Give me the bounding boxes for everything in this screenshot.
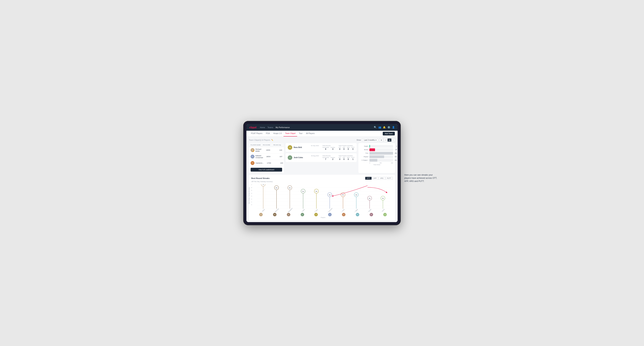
svg-text:3x: 3x — [369, 197, 370, 199]
settings-icon[interactable]: ⚙️ — [388, 126, 390, 129]
avg-3: 103 — [274, 162, 283, 164]
tab-ott[interactable]: OTT — [365, 177, 372, 180]
table-row: CM 3 Cameron... 17/20 103 — [249, 160, 284, 166]
tab-putt[interactable]: PUTT — [386, 177, 393, 180]
table-view-btn[interactable]: ▤ — [388, 138, 392, 142]
bar-bogeys: Bogeys 311 — [360, 155, 393, 158]
player-info-2: EC 2 Edward Crossman — [250, 155, 263, 159]
chart-view-btn[interactable]: ↕ — [392, 138, 395, 142]
card-name-1: Rees Britt — [294, 147, 302, 148]
sub-nav-pgat[interactable]: PGAT Players — [249, 131, 264, 137]
tab-arg[interactable]: ARG — [378, 177, 385, 180]
sub-nav-team-clippd[interactable]: Team Clippd — [284, 131, 297, 137]
sub-nav-all-players[interactable]: All Players — [304, 131, 316, 137]
avatar-3: CM 3 — [250, 161, 254, 165]
y-label-6: 6 — [251, 187, 252, 188]
player-info-3: CM 3 Cameron... — [250, 161, 264, 165]
search-icon[interactable]: 🔍 — [374, 126, 376, 129]
bar-chart-panel: Eagles 3 Birdies — [358, 143, 395, 173]
two-col-layout: PLAYER NAME PB SCORE PB AVG SQ RB 1 — [249, 143, 395, 173]
card-left-2: JC Josh Coles — [288, 155, 305, 160]
chart-x-axis: 0 200 400 — [360, 162, 393, 164]
show-controls: Show Last 3 months ▾ ⊞ ≡ ▤ ↕ — [356, 138, 395, 142]
table-row: RB 1 Richard Butler 19/20 110 — [249, 147, 284, 154]
nav-teams[interactable]: Teams — [268, 126, 273, 129]
leaderboard-panel: PLAYER NAME PB SCORE PB AVG SQ RB 1 — [249, 143, 284, 173]
y-label-2: 2 — [251, 198, 252, 200]
svg-text:D. Ford: D. Ford — [340, 209, 345, 212]
card-stats-1: Total Rounds Tournament 8 Practice — [322, 145, 354, 150]
streaks-subtitle: Off The Tee, Fairway Accuracy — [251, 181, 393, 182]
bar-container-double-bogeys: 131 — [370, 159, 393, 162]
view-full-leaderboard-button[interactable]: View Full Leaderboard — [250, 168, 282, 172]
stat-row-rounds-2: Tournament 7 Practice 2 — [322, 157, 335, 160]
sub-nav-hcaps[interactable]: Hcaps 1-5 — [272, 131, 284, 137]
add-team-button[interactable]: Add Team — [383, 132, 395, 135]
sub-nav-tour[interactable]: Tour — [297, 131, 304, 137]
svg-text:J. Coles: J. Coles — [300, 208, 305, 212]
svg-text:4x: 4x — [356, 194, 357, 196]
streak-avatar-8: MM — [356, 213, 359, 216]
player-name-3: Cameron... — [256, 162, 264, 164]
svg-text:E. Crossman: E. Crossman — [326, 207, 333, 212]
bar-eagles: Eagles 3 — [360, 145, 393, 148]
leaderboard-header: PLAYER NAME PB SCORE PB AVG SQ — [249, 143, 284, 147]
main-content: Team Clippd | 14 Players ✏️ Show Last 3 … — [246, 137, 398, 222]
player-cards-panel: RB Rees Britt 02 Sep 2023 Total Rounds — [286, 143, 357, 173]
navbar: clippd Home Teams My Performance 🔍 👥 🔔 ⚙… — [246, 124, 398, 131]
nav-my-performance[interactable]: My Performance — [276, 126, 290, 129]
card-avatar-1: RB — [288, 145, 292, 150]
y-label-0: 0 — [251, 204, 252, 205]
stat-practice-2: Total Practice Activities OTT 0 APP — [338, 155, 354, 160]
stat-row-practice-1: OTT 0 APP 0 ARG — [338, 147, 354, 150]
streaks-header: Best Round Streaks OTT APP ARG PUTT — [251, 177, 393, 180]
avg-2: 107 — [274, 156, 282, 158]
period-dropdown[interactable]: Last 3 months ▾ — [362, 138, 378, 142]
streak-chart-area: Best Streak, Fairway Accuracy 7 6 5 4 3 … — [251, 184, 393, 218]
table-row: EC 2 Edward Crossman 18/20 107 — [249, 154, 284, 160]
player-info-1: RB 1 Richard Butler — [250, 148, 263, 152]
streaks-section: Best Round Streaks OTT APP ARG PUTT Off … — [249, 175, 395, 220]
grid-view-btn[interactable]: ⊞ — [380, 138, 383, 142]
edit-icon[interactable]: ✏️ — [271, 139, 273, 141]
streak-avatar-9: RB — [370, 213, 373, 216]
streak-chart-svg: 7x E. Ebert 6x B. McHerg — [254, 184, 393, 212]
list-view-btn[interactable]: ≡ — [384, 138, 387, 142]
svg-text:E. Ebert: E. Ebert — [260, 208, 265, 212]
rank-badge-2: 2 — [253, 157, 254, 159]
streak-avatar-7: DF — [342, 213, 346, 216]
streaks-tabs: OTT APP ARG PUTT — [365, 177, 393, 180]
sub-nav-pga[interactable]: PGA — [264, 131, 272, 137]
bar-container-bogeys: 311 — [370, 155, 393, 158]
y-label-1: 1 — [251, 201, 252, 202]
bar-container-eagles: 3 — [370, 145, 393, 148]
y-label-4: 4 — [251, 193, 252, 194]
people-icon[interactable]: 👥 — [378, 126, 381, 129]
avg-1: 110 — [273, 149, 282, 151]
players-label: Players — [254, 217, 393, 218]
svg-text:C. Quick: C. Quick — [380, 208, 385, 212]
nav-links: Home Teams My Performance — [260, 126, 374, 129]
card-avatar-2: JC — [288, 155, 292, 160]
svg-text:D. Billingham: D. Billingham — [286, 207, 293, 212]
bell-icon[interactable]: 🔔 — [383, 126, 386, 129]
score-2: 18/20 — [263, 156, 274, 158]
app-logo: clippd — [249, 126, 256, 129]
team-header: Team Clippd | 14 Players ✏️ Show Last 3 … — [249, 138, 395, 142]
tablet-screen: clippd Home Teams My Performance 🔍 👥 🔔 ⚙… — [246, 124, 398, 222]
tab-app[interactable]: APP — [372, 177, 378, 180]
svg-text:4x: 4x — [342, 194, 344, 196]
card-stats-2: Total Rounds Tournament 7 Practice — [322, 155, 354, 160]
svg-text:4x: 4x — [329, 194, 330, 196]
annotation-text: Here you can see streaks your players ha… — [404, 173, 438, 183]
player-name-2: Edward Crossman — [256, 155, 263, 159]
streak-bars-area: 7x E. Ebert 6x B. McHerg — [254, 184, 393, 218]
bar-chart: Eagles 3 Birdies — [360, 145, 393, 162]
streak-avatar-6: EC — [328, 213, 332, 216]
svg-text:5x: 5x — [316, 190, 317, 192]
y-axis: Best Streak, Fairway Accuracy 7 6 5 4 3 … — [251, 184, 252, 207]
nav-home[interactable]: Home — [260, 126, 265, 129]
streak-avatar-1: RE — [259, 213, 263, 216]
user-avatar[interactable]: 👤 — [392, 126, 395, 129]
svg-text:6x: 6x — [276, 187, 278, 189]
